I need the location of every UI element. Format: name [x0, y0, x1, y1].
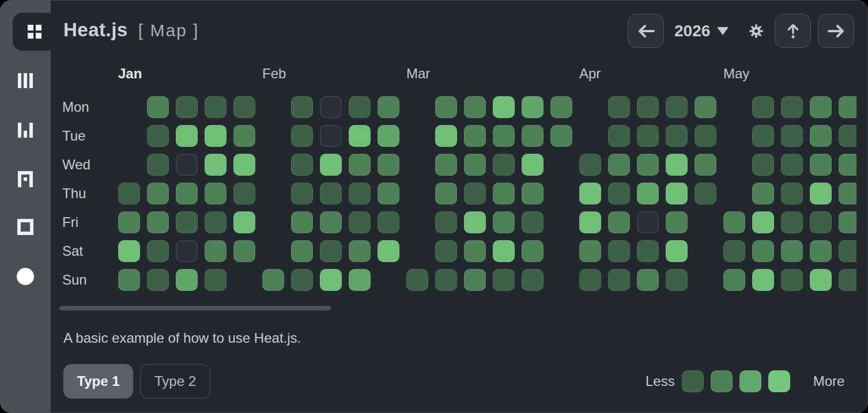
heatmap-cell[interactable]	[522, 96, 544, 118]
heatmap-cell[interactable]	[233, 211, 255, 233]
heatmap-cell[interactable]	[291, 269, 313, 291]
heatmap-cell[interactable]	[118, 183, 140, 204]
heatmap-cell[interactable]	[378, 154, 399, 176]
type-1-button[interactable]: Type 1	[63, 364, 133, 399]
heatmap-cell[interactable]	[205, 125, 227, 147]
heatmap-cell[interactable]	[810, 125, 832, 147]
heatmap-cell[interactable]	[147, 211, 169, 233]
heatmap-cell[interactable]	[464, 240, 486, 262]
heatmap-cell[interactable]	[781, 183, 803, 204]
heatmap-cell[interactable]	[464, 125, 486, 147]
heatmap-cell[interactable]	[176, 269, 198, 291]
heatmap-cell[interactable]	[349, 211, 371, 233]
sidebar-item-map-active[interactable]	[13, 13, 56, 51]
heatmap-cell[interactable]	[579, 240, 601, 262]
heatmap-cell[interactable]	[233, 154, 255, 176]
heatmap-cell[interactable]	[493, 154, 515, 176]
heatmap-cell[interactable]	[378, 96, 399, 118]
heatmap-cell[interactable]	[839, 96, 856, 118]
heatmap-cell[interactable]	[493, 125, 515, 147]
heatmap-cell[interactable]	[781, 211, 803, 233]
heatmap-cell[interactable]	[349, 125, 371, 147]
heatmap-cell[interactable]	[637, 240, 659, 262]
heatmap-cell[interactable]	[320, 211, 342, 233]
heatmap-cell[interactable]	[839, 211, 856, 233]
heatmap-cell[interactable]	[752, 125, 774, 147]
heatmap-cell[interactable]	[666, 154, 688, 176]
heatmap-cell[interactable]	[435, 183, 457, 204]
heatmap-cell[interactable]	[435, 125, 457, 147]
heatmap-cell[interactable]	[493, 183, 515, 204]
heatmap-cell[interactable]	[752, 269, 774, 291]
heatmap-cell[interactable]	[320, 240, 342, 262]
heatmap-cell[interactable]	[579, 183, 601, 204]
heatmap-cell[interactable]	[522, 125, 544, 147]
heatmap-cell[interactable]	[579, 269, 601, 291]
heatmap-cell[interactable]	[205, 96, 227, 118]
heatmap-cell[interactable]	[608, 211, 630, 233]
heatmap-cell[interactable]	[723, 269, 745, 291]
heatmap-cell[interactable]	[810, 240, 832, 262]
heatmap-cell[interactable]	[118, 211, 140, 233]
heatmap-cell[interactable]	[147, 183, 169, 204]
sidebar-item-columns[interactable]	[0, 69, 51, 92]
heatmap-cell[interactable]	[464, 183, 486, 204]
heatmap-cell[interactable]	[695, 183, 716, 204]
heatmap-cell[interactable]	[522, 240, 544, 262]
heatmap-cell[interactable]	[666, 211, 688, 233]
heatmap-cell[interactable]	[291, 96, 313, 118]
heatmap-cell[interactable]	[147, 125, 169, 147]
type-2-button[interactable]: Type 2	[140, 364, 210, 399]
heatmap-cell[interactable]	[695, 96, 716, 118]
heatmap-cell[interactable]	[118, 240, 140, 262]
heatmap-cell[interactable]	[320, 183, 342, 204]
heatmap-cell[interactable]	[378, 183, 399, 204]
heatmap-cell[interactable]	[233, 183, 255, 204]
heatmap-cell[interactable]	[839, 125, 856, 147]
heatmap-cell[interactable]	[637, 154, 659, 176]
heatmap-cell[interactable]	[147, 269, 169, 291]
horizontal-scrollbar[interactable]	[59, 306, 331, 310]
heatmap-cell[interactable]	[810, 211, 832, 233]
heatmap-cell[interactable]	[378, 211, 399, 233]
heatmap-cell[interactable]	[435, 154, 457, 176]
heatmap-cell[interactable]	[579, 154, 601, 176]
sidebar-item-frame[interactable]	[0, 167, 51, 190]
heatmap-cell[interactable]	[233, 125, 255, 147]
heatmap-cell[interactable]	[695, 125, 716, 147]
heatmap-cell[interactable]	[176, 96, 198, 118]
heatmap-cell[interactable]	[493, 269, 515, 291]
heatmap-cell[interactable]	[666, 269, 688, 291]
heatmap-cell[interactable]	[349, 240, 371, 262]
heatmap-cell[interactable]	[435, 269, 457, 291]
heatmap-cell[interactable]	[320, 269, 342, 291]
heatmap-cell[interactable]	[493, 96, 515, 118]
sidebar-item-square[interactable]	[0, 215, 51, 238]
heatmap-cell[interactable]	[608, 154, 630, 176]
heatmap-cell[interactable]	[176, 183, 198, 204]
heatmap-cell[interactable]	[378, 240, 399, 262]
heatmap-cell[interactable]	[464, 211, 486, 233]
heatmap-cell[interactable]	[147, 96, 169, 118]
heatmap-cell[interactable]	[522, 211, 544, 233]
heatmap-cell[interactable]	[349, 183, 371, 204]
heatmap-cell[interactable]	[781, 240, 803, 262]
heatmap-cell[interactable]	[233, 96, 255, 118]
heatmap-cell[interactable]	[147, 240, 169, 262]
heatmap-cell[interactable]	[781, 269, 803, 291]
heatmap-cell[interactable]	[810, 183, 832, 204]
heatmap-cell[interactable]	[522, 183, 544, 204]
heatmap-cell[interactable]	[781, 125, 803, 147]
heatmap-cell[interactable]	[349, 154, 371, 176]
heatmap-cell[interactable]	[608, 269, 630, 291]
heatmap-cell[interactable]	[435, 240, 457, 262]
heatmap-cell[interactable]	[695, 154, 716, 176]
heatmap-cell[interactable]	[205, 183, 227, 204]
heatmap-cell[interactable]	[752, 154, 774, 176]
heatmap-cell[interactable]	[291, 240, 313, 262]
heatmap-cell[interactable]	[810, 269, 832, 291]
heatmap-cell[interactable]	[493, 240, 515, 262]
heatmap-cell[interactable]	[752, 96, 774, 118]
heatmap-cell[interactable]	[522, 269, 544, 291]
heatmap-cell[interactable]	[493, 211, 515, 233]
